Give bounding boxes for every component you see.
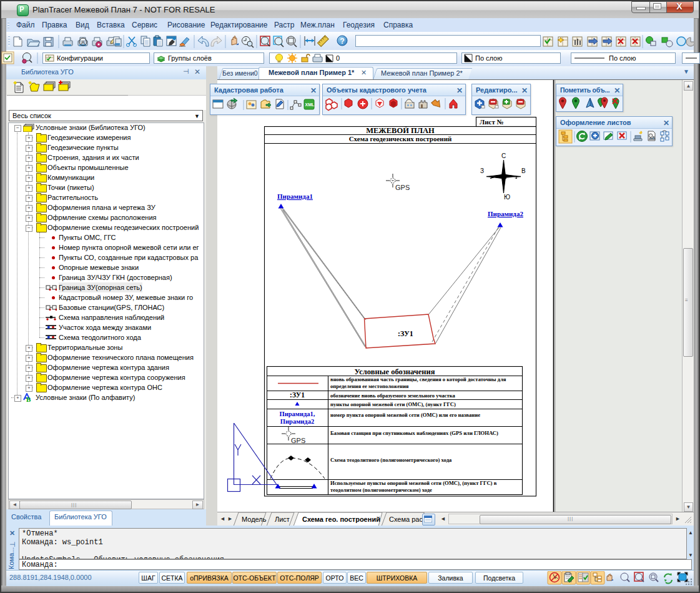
svg-text:номер пункта опорной межевой с: номер пункта опорной межевой сети (ОМС) … [330, 412, 480, 418]
svg-text:С: С [501, 152, 506, 159]
svg-text:A: A [81, 39, 85, 46]
svg-text:Схема гео. построений: Схема гео. построений [302, 516, 380, 523]
svg-text:?: ? [340, 37, 345, 46]
svg-text:вновь образованная часть грани: вновь образованная часть границы, сведен… [330, 376, 506, 382]
svg-text:пункты опорной межевой сети (О: пункты опорной межевой сети (ОМС), (пунк… [330, 401, 456, 407]
svg-text:Схема теодолитного (полигономе: Схема теодолитного (полигонометрического… [330, 457, 452, 463]
svg-text:Пирамида1,: Пирамида1, [280, 411, 315, 417]
svg-text:B: B [26, 396, 31, 402]
svg-text:Используемые пункты опорной ме: Используемые пункты опорной межевой сети… [330, 480, 497, 486]
svg-text:определения ее местоположения: определения ее местоположения [330, 383, 409, 389]
svg-text:0: 0 [336, 54, 340, 62]
svg-text:Пирамида1: Пирамида1 [277, 192, 313, 200]
svg-text:теодолитном (полигонометрическ: теодолитном (полигонометрическом) ходе [330, 487, 432, 493]
svg-text::ЗУ1: :ЗУ1 [290, 391, 305, 399]
svg-text:Условные обозначения: Условные обозначения [354, 367, 435, 376]
svg-text:Пирамида2: Пирамида2 [488, 210, 523, 217]
svg-text:GPS: GPS [291, 437, 305, 444]
svg-text:Ю: Ю [504, 194, 510, 201]
svg-text:Базовая станция при спутниковы: Базовая станция при спутниковых наблюден… [330, 430, 498, 436]
svg-text:Пирамида2: Пирамида2 [280, 418, 314, 425]
svg-text:МЕЖЕВОЙ ПЛАН: МЕЖЕВОЙ ПЛАН [366, 126, 435, 135]
svg-text:Модель: Модель [242, 516, 267, 523]
svg-text:GPS: GPS [395, 184, 410, 191]
svg-text:обозначение вновь образуемого: обозначение вновь образуемого земельного… [330, 392, 456, 399]
svg-text::ЗУ1: :ЗУ1 [398, 329, 413, 338]
svg-text:XML: XML [305, 102, 315, 107]
svg-text:В: В [521, 167, 526, 174]
svg-text:Схема геодезических построений: Схема геодезических построений [349, 135, 452, 142]
svg-text:Схема рас: Схема рас [389, 516, 423, 523]
svg-text:Лист: Лист [275, 516, 290, 523]
svg-text:Лист №: Лист № [480, 118, 504, 126]
svg-text:З: З [480, 167, 484, 174]
